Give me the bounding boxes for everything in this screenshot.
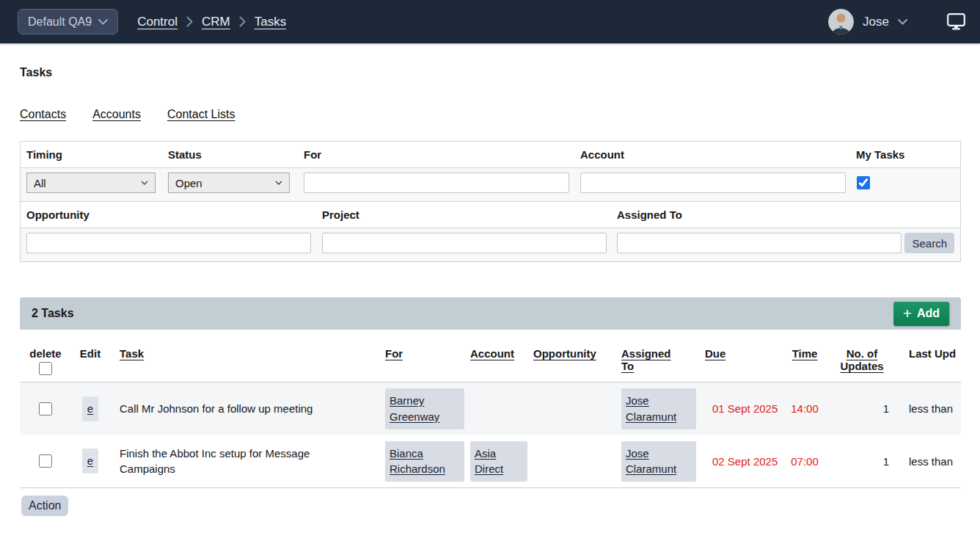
- task-row: e Finish the Abbot Inc setup for Message…: [20, 435, 961, 489]
- chevron-down-icon: [898, 19, 907, 25]
- chevron-right-icon: [186, 16, 193, 27]
- breadcrumb-control[interactable]: Control: [137, 15, 178, 29]
- time-column-header[interactable]: Time: [792, 347, 818, 360]
- project-input[interactable]: [322, 233, 607, 253]
- filter-input-row: All Open: [21, 167, 960, 201]
- add-button-label: Add: [917, 307, 940, 320]
- my-tasks-checkbox[interactable]: [857, 176, 870, 189]
- filter-label-row: Timing Status For Account My Tasks: [21, 142, 960, 167]
- task-column-header[interactable]: Task: [120, 347, 144, 360]
- assigned-to-input[interactable]: [617, 233, 902, 253]
- chevron-down-icon: [98, 19, 108, 25]
- due-column-header[interactable]: Due: [705, 347, 725, 360]
- assigned-to-column-header[interactable]: Assigned To: [621, 347, 674, 372]
- edit-task-link[interactable]: e: [82, 449, 98, 474]
- avatar: [828, 9, 854, 35]
- row-select-checkbox[interactable]: [39, 454, 52, 468]
- assigned-to-link[interactable]: Jose Claramunt: [621, 388, 696, 429]
- chevron-down-icon: [141, 181, 148, 185]
- workspace-selector[interactable]: Default QA9: [18, 9, 118, 35]
- breadcrumb-crm[interactable]: CRM: [202, 15, 230, 29]
- main-content: Tasks Contacts Accounts Contact Lists Ti…: [0, 66, 980, 516]
- tasks-count: 2 Tasks: [32, 307, 74, 320]
- top-bar: Default QA9 Control CRM Tasks: [0, 0, 980, 43]
- opportunity-label: Opportunity: [26, 208, 89, 221]
- tab-bar: Contacts Accounts Contact Lists: [20, 108, 961, 121]
- for-column-header[interactable]: For: [385, 347, 403, 360]
- due-time: 14:00: [778, 402, 831, 415]
- user-name: Jose: [863, 15, 889, 29]
- edit-column-header: Edit: [80, 347, 100, 360]
- row-select-checkbox[interactable]: [39, 402, 52, 416]
- workspace-label: Default QA9: [28, 15, 92, 29]
- select-all-checkbox[interactable]: [39, 362, 52, 375]
- filter-label-row: Opportunity Project Assigned To: [21, 201, 960, 228]
- opportunity-column-header[interactable]: Opportunity: [533, 347, 596, 360]
- due-date: 02 Sept 2025: [696, 455, 778, 468]
- status-select-value: Open: [175, 177, 202, 189]
- filter-input-row: Search: [21, 228, 960, 261]
- for-label: For: [304, 148, 321, 161]
- timing-select[interactable]: All: [26, 173, 156, 193]
- tab-accounts[interactable]: Accounts: [92, 108, 141, 121]
- status-select[interactable]: Open: [168, 173, 290, 193]
- for-input[interactable]: [304, 173, 569, 193]
- opportunity-input[interactable]: [26, 233, 311, 253]
- account-column-header[interactable]: Account: [470, 347, 514, 360]
- timing-select-value: All: [34, 177, 46, 189]
- search-button[interactable]: Search: [904, 233, 954, 253]
- tab-contacts[interactable]: Contacts: [20, 108, 66, 121]
- for-contact-link[interactable]: Bianca Richardson: [385, 441, 464, 482]
- tasks-table: delete Edit Task For Account Opportunity…: [20, 330, 961, 488]
- action-button[interactable]: Action: [21, 496, 68, 516]
- task-title: Finish the Abbot Inc setup for Message C…: [120, 446, 348, 478]
- updates-column-header[interactable]: No. of Updates: [839, 347, 885, 372]
- page-title: Tasks: [20, 66, 961, 79]
- monitor-icon: [947, 13, 965, 30]
- updates-count: 1: [831, 402, 893, 415]
- edit-task-link[interactable]: e: [82, 396, 98, 421]
- chevron-down-icon: [275, 181, 282, 185]
- user-menu[interactable]: Jose: [828, 9, 907, 35]
- last-updated: less than: [893, 402, 961, 415]
- timing-label: Timing: [26, 148, 62, 161]
- due-time: 07:00: [778, 455, 831, 468]
- assigned-to-link[interactable]: Jose Claramunt: [621, 441, 696, 482]
- account-input[interactable]: [580, 173, 846, 193]
- breadcrumb-tasks[interactable]: Tasks: [255, 15, 286, 29]
- assigned-to-label: Assigned To: [617, 208, 682, 221]
- chevron-right-icon: [239, 16, 246, 27]
- delete-column-header: delete: [29, 347, 61, 360]
- breadcrumb: Control CRM Tasks: [137, 15, 286, 29]
- updates-count: 1: [831, 455, 893, 468]
- plus-icon: +: [903, 305, 912, 321]
- tasks-section-header: 2 Tasks + Add: [20, 297, 961, 330]
- task-row: e Call Mr Johnson for a follow up meetin…: [20, 382, 961, 435]
- due-date: 01 Sept 2025: [696, 402, 778, 415]
- my-tasks-label: My Tasks: [856, 148, 904, 161]
- filter-panel: Timing Status For Account My Tasks All O…: [20, 141, 961, 262]
- last-updated: less than: [893, 455, 961, 468]
- tab-contact-lists[interactable]: Contact Lists: [167, 108, 235, 121]
- for-contact-link[interactable]: Barney Greenway: [385, 388, 464, 429]
- project-label: Project: [322, 208, 359, 221]
- tasks-table-header: delete Edit Task For Account Opportunity…: [20, 330, 961, 382]
- account-link[interactable]: Asia Direct: [470, 441, 527, 482]
- task-title: Call Mr Johnson for a follow up meeting: [120, 401, 312, 417]
- last-updated-column-header[interactable]: Last Upd: [909, 347, 956, 360]
- account-label: Account: [580, 148, 624, 161]
- display-button[interactable]: [947, 13, 965, 30]
- add-task-button[interactable]: + Add: [893, 302, 949, 326]
- status-label: Status: [168, 148, 202, 161]
